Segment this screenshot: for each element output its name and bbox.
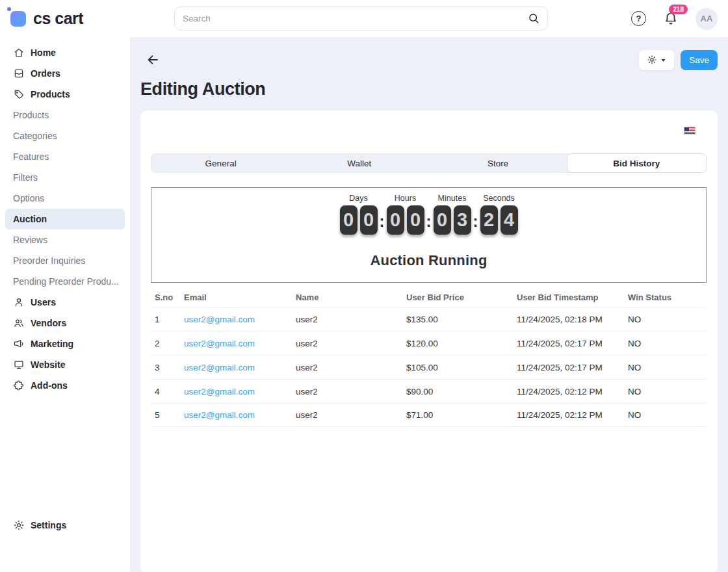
table-row: 3 user2@gmail.com user2 $105.00 11/24/20…	[151, 355, 707, 379]
auction-status-text: Auction Running	[151, 252, 706, 269]
table-header-row: S.no Email Name User Bid Price User Bid …	[151, 287, 707, 307]
sidebar-item-label: Features	[13, 151, 49, 162]
notifications-button[interactable]: 218	[663, 11, 679, 27]
sidebar-item-label: Options	[13, 193, 44, 203]
digit-tile: 3	[454, 205, 471, 235]
sidebar-item-options[interactable]: Options	[0, 188, 130, 209]
sidebar-item-label: Products	[31, 89, 70, 99]
digit-tile: 2	[480, 205, 498, 235]
sidebar-item-label: Marketing	[31, 339, 73, 349]
bid-email-link[interactable]: user2@gmail.com	[184, 410, 255, 420]
sidebar-item-label: Vendors	[31, 318, 66, 328]
sidebar-item-label: Orders	[31, 68, 60, 79]
megaphone-icon	[13, 338, 25, 350]
us-flag-icon[interactable]	[684, 127, 695, 135]
sidebar-item-label: Pending Preorder Produ...	[13, 276, 119, 287]
sidebar-item-auction[interactable]: Auction	[5, 209, 125, 229]
sidebar-item-label: Users	[31, 297, 56, 307]
sidebar-item-orders[interactable]: Orders	[0, 63, 130, 84]
monitor-icon	[13, 359, 25, 370]
bid-email-link[interactable]: user2@gmail.com	[184, 363, 255, 372]
sidebar-item-label: Products	[13, 110, 49, 120]
cell-sno: 3	[155, 363, 184, 372]
page-actions-row: Save	[140, 49, 718, 70]
sidebar-item-reviews[interactable]: Reviews	[0, 229, 130, 250]
digit-tile: 0	[434, 205, 451, 235]
cscart-logo-icon	[10, 11, 26, 27]
tab-bar: General Wallet Store Bid History	[151, 153, 707, 173]
sidebar-item-label: Auction	[13, 214, 47, 224]
settings-dropdown-button[interactable]	[639, 50, 674, 70]
cell-price: $71.00	[406, 410, 517, 420]
user-icon	[13, 296, 25, 308]
cell-price: $105.00	[406, 363, 517, 372]
cell-timestamp: 11/24/2025, 02:18 PM	[517, 315, 628, 324]
sidebar-item-products[interactable]: Products	[0, 84, 130, 105]
sidebar-item-filters[interactable]: Filters	[0, 167, 130, 188]
countdown-colon: :	[378, 207, 387, 235]
countdown-minutes: Minutes 0 3	[434, 194, 471, 235]
sidebar-item-users[interactable]: Users	[0, 292, 130, 313]
sidebar-item-products-sub[interactable]: Products	[0, 105, 130, 125]
bid-email-link[interactable]: user2@gmail.com	[184, 387, 255, 396]
sidebar: Home Orders Products Products Categories…	[0, 37, 130, 572]
sidebar-item-home[interactable]: Home	[0, 42, 130, 63]
countdown-colon: :	[471, 207, 480, 235]
sidebar-item-preorder-inquiries[interactable]: Preorder Inquiries	[0, 250, 130, 271]
countdown-seconds-label: Seconds	[483, 194, 515, 203]
col-header-email: Email	[184, 292, 296, 302]
tab-store[interactable]: Store	[429, 154, 567, 172]
gear-icon	[13, 519, 25, 531]
search-bar	[174, 6, 548, 31]
header-buttons: Save	[639, 50, 718, 70]
logo[interactable]: cs cart	[10, 9, 83, 28]
cell-timestamp: 11/24/2025, 02:17 PM	[517, 363, 628, 372]
digit-tile: 0	[360, 205, 378, 235]
cell-name: user2	[296, 410, 406, 420]
orders-icon	[13, 68, 25, 79]
col-header-sno: S.no	[155, 292, 184, 302]
back-button[interactable]	[140, 51, 160, 68]
tab-wallet[interactable]: Wallet	[290, 154, 428, 172]
topbar-actions: ? 218 AA	[631, 0, 718, 37]
table-row: 4 user2@gmail.com user2 $90.00 11/24/202…	[151, 379, 707, 403]
help-icon[interactable]: ?	[631, 11, 646, 26]
sidebar-item-settings[interactable]: Settings	[0, 515, 130, 536]
bid-email-link[interactable]: user2@gmail.com	[184, 339, 255, 348]
cell-win-status: NO	[628, 339, 707, 348]
sidebar-item-label: Add-ons	[31, 380, 68, 391]
sidebar-item-addons[interactable]: Add-ons	[0, 375, 130, 396]
countdown-days-label: Days	[349, 194, 367, 203]
cell-win-status: NO	[628, 387, 707, 396]
sidebar-item-features[interactable]: Features	[0, 146, 130, 167]
search-input[interactable]	[174, 6, 548, 31]
tab-general[interactable]: General	[151, 154, 290, 172]
sidebar-item-website[interactable]: Website	[0, 354, 130, 375]
logo-dot	[7, 7, 11, 11]
sidebar-item-marketing[interactable]: Marketing	[0, 333, 130, 354]
countdown-seconds: Seconds 2 4	[480, 194, 518, 235]
people-icon	[13, 317, 25, 329]
cell-name: user2	[296, 339, 406, 348]
sidebar-item-label: Filters	[13, 172, 38, 183]
tab-bid-history[interactable]: Bid History	[567, 153, 707, 173]
digit-tile: 4	[500, 205, 518, 235]
home-icon	[13, 47, 25, 58]
cell-price: $120.00	[406, 339, 517, 348]
cell-sno: 5	[155, 410, 184, 420]
bid-email-link[interactable]: user2@gmail.com	[184, 315, 255, 324]
sidebar-item-pending-preorder-products[interactable]: Pending Preorder Produ...	[0, 271, 130, 292]
sidebar-item-vendors[interactable]: Vendors	[0, 313, 130, 333]
search-icon[interactable]	[527, 12, 540, 25]
cell-win-status: NO	[628, 410, 707, 420]
page-title: Editing Auction	[140, 79, 718, 99]
digit-tile: 0	[387, 205, 404, 235]
avatar[interactable]: AA	[696, 8, 718, 30]
col-header-name: Name	[296, 292, 406, 302]
cell-price: $90.00	[406, 387, 517, 396]
countdown-days: Days 0 0	[340, 194, 378, 235]
cell-sno: 2	[155, 339, 184, 348]
sidebar-item-categories[interactable]: Categories	[0, 125, 130, 146]
countdown-colon: :	[424, 207, 434, 235]
save-button[interactable]: Save	[681, 50, 718, 70]
